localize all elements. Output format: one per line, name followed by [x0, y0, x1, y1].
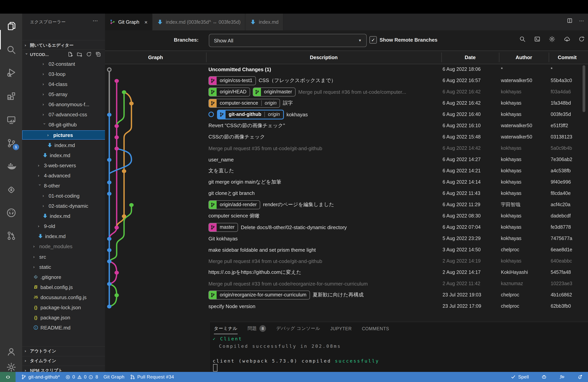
- commit-row-7475677a[interactable]: Git kokhayas5 Aug 2022 23:29kokhayas7475…: [105, 233, 588, 244]
- sidebar-section-2[interactable]: ›NPM スクリプト: [22, 365, 105, 372]
- tree-item-package.json[interactable]: {}package.json: [22, 313, 105, 322]
- commit-row-6eae8d1e[interactable]: make sidebar foldable and set prism them…: [105, 244, 588, 255]
- status-copilot[interactable]: [541, 374, 547, 380]
- commit-row-03138123[interactable]: CSSの節の画像チェック6 Aug 2022 15:48waterwalker5…: [105, 131, 588, 143]
- tree-item-node-modules[interactable]: ›node_modules: [22, 242, 105, 251]
- column-header-graph[interactable]: Graph: [105, 51, 206, 64]
- tree-item-3-web-servers[interactable]: ›3-web-servers: [22, 161, 105, 170]
- commit-row-f8cda40e[interactable]: git cloneとgit branch6 Aug 2022 11:43kokh…: [105, 188, 588, 199]
- commit-row-e51f3ff2[interactable]: Revert "CSSの節の画像チェック"6 Aug 2022 16:10wat…: [105, 120, 588, 131]
- new-folder-icon[interactable]: [77, 51, 83, 57]
- gg-terminal-view-icon[interactable]: [534, 36, 541, 42]
- activity-remote-explorer[interactable]: [0, 110, 22, 129]
- project-section-header[interactable]: › UTCOD...: [22, 49, 105, 59]
- tree-item-static[interactable]: ›static: [22, 262, 105, 272]
- tree-item-04-class[interactable]: ›04-class: [22, 79, 105, 89]
- branch-badge-git-and-github[interactable]: git-and-githuborigin: [217, 109, 284, 119]
- tree-item-07-advanced-css[interactable]: ›07-advanced-css: [22, 110, 105, 119]
- tree-item-src[interactable]: ›src: [22, 252, 105, 261]
- branch-badge-computer-science[interactable]: computer-scienceorigin: [209, 99, 280, 107]
- tab-index-md-1[interactable]: index.md (003fe35d^ ↔ 003fe35d): [153, 14, 246, 30]
- status-git-graph[interactable]: Git Graph: [104, 374, 125, 380]
- tree-item-02-static-dynamic[interactable]: ›02-static-dynamic: [22, 201, 105, 211]
- status-pull-request[interactable]: Pull Request #34: [130, 374, 174, 380]
- tree-item-4-advanced[interactable]: ›4-advanced: [22, 171, 105, 180]
- tree-item-9-old[interactable]: ›9-old: [22, 221, 105, 231]
- column-header-description[interactable]: Description: [206, 51, 441, 64]
- tab-index-md-2[interactable]: index.md: [246, 14, 284, 30]
- commit-row-62bb3fb0[interactable]: specify Node version23 Jul 2022 17:09che…: [105, 300, 588, 312]
- panel-tab-4[interactable]: COMMENTS: [362, 326, 389, 333]
- commit-row-4b1c6862[interactable]: origin/reorganize-for-summer-curriculum夏…: [105, 289, 588, 300]
- commit-row-uncommitted[interactable]: Uncommitted Changes (1)6 Aug 2022 18:06*…: [105, 64, 588, 75]
- status-notifications[interactable]: [577, 374, 583, 380]
- panel-tab-1[interactable]: 問題8: [248, 325, 266, 334]
- commit-row-1fa348bd[interactable]: computer-scienceorigin誤字6 Aug 2022 16:42…: [105, 97, 588, 109]
- commit-row-acf4c20a[interactable]: origin/add-renderrenderのページを編集しました6 Aug …: [105, 199, 588, 210]
- branches-dropdown[interactable]: Show All ▼: [209, 34, 367, 47]
- activity-github[interactable]: [0, 203, 22, 222]
- tree-item-01-not-coding[interactable]: ›01-not-coding: [22, 191, 105, 200]
- show-remote-branches-checkbox[interactable]: ✓: [369, 36, 377, 43]
- gg-gear-icon[interactable]: [549, 36, 555, 42]
- close-icon[interactable]: ×: [144, 19, 147, 25]
- tab-git-graph[interactable]: Git Graph×: [105, 14, 153, 30]
- activity-source-control[interactable]: 1: [0, 134, 22, 152]
- branch-badge-origin/HEAD[interactable]: origin/HEAD: [209, 87, 250, 96]
- commit-row-10223ae3[interactable]: Merge pull request #33 from ut-code/reor…: [105, 278, 588, 289]
- sidebar-section-0[interactable]: ›アウトライン: [22, 346, 105, 356]
- open-editors-section[interactable]: › 開いているエディター: [22, 40, 105, 50]
- more-actions-icon[interactable]: ⋯: [93, 18, 98, 24]
- commit-row-003fe35d[interactable]: git-and-githuboriginkokhayas6 Aug 2022 1…: [105, 109, 588, 120]
- tree-item-8-other[interactable]: ›8-other: [22, 181, 105, 190]
- column-header-commit[interactable]: Commit: [549, 51, 586, 64]
- gg-refresh-icon[interactable]: [578, 36, 585, 42]
- gg-search-icon[interactable]: [519, 36, 526, 42]
- activity-gitlens[interactable]: [0, 180, 22, 199]
- branch-badge-origin/add-render[interactable]: origin/add-render: [209, 200, 260, 209]
- column-header-date[interactable]: Date: [441, 51, 499, 64]
- tree-item-readme.md[interactable]: README.md: [22, 323, 105, 332]
- commit-row-f03a4da6[interactable]: origin/HEADorigin/masterMerge pull reque…: [105, 86, 588, 97]
- branch-badge-origin/reorganize-for-summer-curriculum[interactable]: origin/reorganize-for-summer-curriculum: [209, 290, 310, 299]
- panel-tab-3[interactable]: JUPYTER: [330, 326, 352, 333]
- activity-run-debug[interactable]: [0, 63, 22, 82]
- tree-item-05-array[interactable]: ›05-array: [22, 89, 105, 99]
- new-file-icon[interactable]: [67, 51, 73, 57]
- sidebar-section-1[interactable]: ›タイムライン: [22, 356, 105, 365]
- commit-row-5a0c9b4b[interactable]: Merge pull request #35 from ut-code/git-…: [105, 143, 588, 154]
- panel-tab-2[interactable]: デバッグ コンソール: [276, 326, 320, 334]
- branch-badge-origin/master[interactable]: origin/master: [253, 87, 296, 96]
- tree-item-.gitignore[interactable]: .gitignore: [22, 272, 105, 282]
- status-spell[interactable]: Spell: [511, 374, 529, 380]
- commit-row-5457fa48[interactable]: https://.co.jpをhttps://github.comに変えた2 A…: [105, 267, 588, 278]
- tree-item-index.md[interactable]: index.md: [22, 211, 105, 221]
- remote-indicator[interactable]: [0, 372, 16, 382]
- activity-extensions[interactable]: [0, 87, 22, 106]
- tree-item-index.md[interactable]: index.md: [22, 140, 105, 150]
- tree-item-pictures[interactable]: ›pictures: [22, 130, 105, 140]
- branch-badge-master[interactable]: master: [209, 223, 238, 232]
- activity-explorer[interactable]: [0, 17, 22, 35]
- gg-cloud-download-icon[interactable]: [564, 36, 570, 42]
- refresh-icon[interactable]: [86, 51, 92, 57]
- activity-search[interactable]: [0, 41, 22, 59]
- commit-row-9f40e996[interactable]: git merge origin mainなどを加筆6 Aug 2022 14:…: [105, 176, 588, 188]
- commit-row-dadebcdf[interactable]: computer science 俯瞰6 Aug 2022 08:30kokha…: [105, 210, 588, 222]
- collapse-all-icon[interactable]: [95, 51, 101, 57]
- tree-item-package-lock.json[interactable]: {}package-lock.json: [22, 303, 105, 312]
- activity-docker[interactable]: [0, 157, 22, 176]
- status-problems[interactable]: 008: [65, 374, 98, 380]
- split-editor-icon[interactable]: [567, 18, 573, 24]
- panel-tab-0[interactable]: ターミナル: [214, 325, 237, 334]
- status-branch[interactable]: git-and-github*: [21, 374, 60, 380]
- commit-row-7e306ab2[interactable]: user_name6 Aug 2022 14:27kokhayas7e306ab…: [105, 154, 588, 165]
- tree-item-babel.config.js[interactable]: Bbabel.config.js: [22, 282, 105, 292]
- commit-row-640eabbc[interactable]: Merge pull request #34 from ut-code/git-…: [105, 255, 588, 267]
- status-feedback[interactable]: [559, 374, 565, 380]
- tree-item-index.md[interactable]: index.md: [22, 150, 105, 160]
- tree-item-02-constant[interactable]: ›02-constant: [22, 59, 105, 68]
- tree-item-docusaurus.config.js[interactable]: JSdocusaurus.config.js: [22, 293, 105, 302]
- tree-item-index.md[interactable]: index.md: [22, 232, 105, 241]
- activity-pull-requests[interactable]: [0, 226, 22, 245]
